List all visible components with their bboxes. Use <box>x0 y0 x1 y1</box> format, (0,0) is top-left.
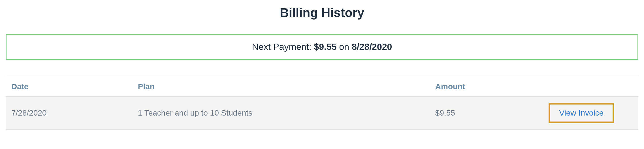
table-header-plan: Plan <box>132 77 430 97</box>
table-header-date: Date <box>6 77 132 97</box>
next-payment-date: 8/28/2020 <box>352 42 392 52</box>
cell-amount: $9.55 <box>430 97 524 130</box>
next-payment-on: on <box>337 42 352 52</box>
table-header-amount: Amount <box>430 77 524 97</box>
next-payment-label: Next Payment: <box>252 42 314 52</box>
cell-plan: 1 Teacher and up to 10 Students <box>132 97 430 130</box>
billing-history-table: Date Plan Amount 7/28/2020 1 Teacher and… <box>6 77 638 130</box>
table-header-action <box>524 77 638 97</box>
table-row: 7/28/2020 1 Teacher and up to 10 Student… <box>6 97 638 130</box>
page-title: Billing History <box>6 6 638 20</box>
cell-action: View Invoice <box>524 97 638 130</box>
next-payment-banner: Next Payment: $9.55 on 8/28/2020 <box>6 34 638 60</box>
cell-date: 7/28/2020 <box>6 97 132 130</box>
view-invoice-link[interactable]: View Invoice <box>549 103 615 123</box>
next-payment-amount: $9.55 <box>314 42 336 52</box>
